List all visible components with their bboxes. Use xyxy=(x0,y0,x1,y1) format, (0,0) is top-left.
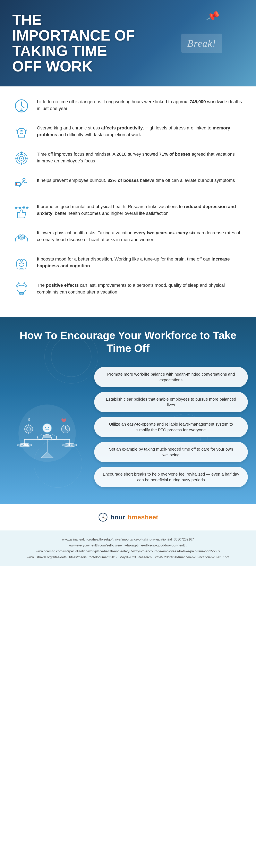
stat-item-mood: It boosts mood for a better disposition.… xyxy=(12,254,244,272)
stat-item-burnout: It helps prevent employee burnout. 82% o… xyxy=(12,175,244,194)
reference-3: www.hcamag.com/us/specialization/workpla… xyxy=(12,549,244,554)
svg-text:WORK: WORK xyxy=(20,443,29,446)
break-notepad: Break! xyxy=(181,34,222,53)
references-section: www.allinahealth.org/healthysetgo/thrive… xyxy=(0,530,256,566)
bulb-refresh-icon xyxy=(12,280,31,299)
svg-point-4 xyxy=(21,111,22,111)
header-image-area: 📌 Break! xyxy=(156,4,248,82)
svg-point-13 xyxy=(21,158,22,159)
encourage-title: How To Encourage Your Workforce to Take … xyxy=(8,329,248,354)
stats-section: Little-to-no time off is dangerous. Long… xyxy=(0,87,256,317)
svg-text:LIFE: LIFE xyxy=(67,443,73,446)
reference-2: www.everydayhealth.com/self-care/why-tak… xyxy=(12,542,244,549)
svg-point-31 xyxy=(23,263,24,264)
svg-rect-29 xyxy=(20,268,23,270)
logo-text-hour: hour xyxy=(110,514,125,521)
reference-1: www.allinahealth.org/healthysetgo/thrive… xyxy=(12,537,244,542)
header-text-block: THE IMPORTANCE OF TAKING TIME OFF WORK xyxy=(12,12,135,74)
stat-text-mental-health: It promotes good mental and physical hea… xyxy=(37,202,244,217)
svg-line-2 xyxy=(22,106,24,108)
svg-point-30 xyxy=(19,263,21,264)
svg-point-54 xyxy=(42,424,52,433)
svg-point-56 xyxy=(48,427,49,428)
work-life-illustration: WORK LIFE xyxy=(8,392,86,462)
encourage-content: WORK LIFE xyxy=(8,367,248,487)
footer-logo: hour timesheet xyxy=(0,504,256,530)
encourage-pill-5: Encourage short breaks to help everyone … xyxy=(94,467,248,487)
pushpin-icon: 📌 xyxy=(205,9,221,24)
stat-text-focus: Time off improves focus and mindset. A 2… xyxy=(37,149,244,164)
reference-4: www.ustravel.org/sites/default/files/med… xyxy=(12,554,244,560)
clock-warning-icon xyxy=(12,97,31,115)
running-battery-icon xyxy=(12,175,31,194)
stat-text-productivity: Overworking and chronic stress affects p… xyxy=(37,123,244,138)
encourage-pill-3: Utilize an easy-to-operate and reliable … xyxy=(94,417,248,437)
stat-text-deaths: Little-to-no time off is dangerous. Long… xyxy=(37,97,244,112)
stat-item-lasting: The positive effects can last. Improveme… xyxy=(12,280,244,299)
stat-item-mental-health: ★★★★ It promotes good mental and physica… xyxy=(12,202,244,220)
svg-point-55 xyxy=(45,427,46,428)
encourage-pill-1: Promote more work-life balance with heal… xyxy=(94,367,248,387)
heart-hands-icon xyxy=(12,228,31,246)
encourage-pill-2: Establish clear policies that enable emp… xyxy=(94,392,248,412)
svg-point-70 xyxy=(102,517,104,518)
stat-text-heart: It lowers physical health risks. Taking … xyxy=(37,228,244,243)
head-stress-icon xyxy=(12,123,31,141)
stat-text-mood: It boosts mood for a better disposition.… xyxy=(37,254,244,269)
svg-rect-20 xyxy=(20,183,21,185)
encourage-pill-4: Set an example by taking much-needed tim… xyxy=(94,442,248,462)
hourtimesheet-logo-icon xyxy=(98,512,108,522)
svg-point-32 xyxy=(21,260,23,262)
svg-point-5 xyxy=(20,130,23,134)
stat-text-lasting: The positive effects can last. Improveme… xyxy=(37,280,244,295)
stat-item-deaths: Little-to-no time off is dangerous. Long… xyxy=(12,97,244,115)
stat-item-focus: Time off improves focus and mindset. A 2… xyxy=(12,149,244,167)
page-title: THE IMPORTANCE OF TAKING TIME OFF WORK xyxy=(12,12,135,74)
stat-text-burnout: It helps prevent employee burnout. 82% o… xyxy=(37,175,235,184)
smiley-head-icon xyxy=(12,254,31,272)
encourage-section: How To Encourage Your Workforce to Take … xyxy=(0,317,256,504)
stars-thumbsup-icon: ★★★★ xyxy=(12,202,31,220)
target-focus-icon xyxy=(12,149,31,167)
stat-item-productivity: Overworking and chronic stress affects p… xyxy=(12,123,244,141)
header-section: THE IMPORTANCE OF TAKING TIME OFF WORK 📌… xyxy=(0,0,256,87)
svg-rect-21 xyxy=(16,183,17,185)
svg-text:$: $ xyxy=(27,417,30,422)
svg-point-18 xyxy=(23,178,25,181)
encourage-pills-container: Promote more work-life balance with heal… xyxy=(94,367,248,487)
stat-item-heart: It lowers physical health risks. Taking … xyxy=(12,228,244,246)
logo-text-timesheet: timesheet xyxy=(128,514,158,521)
